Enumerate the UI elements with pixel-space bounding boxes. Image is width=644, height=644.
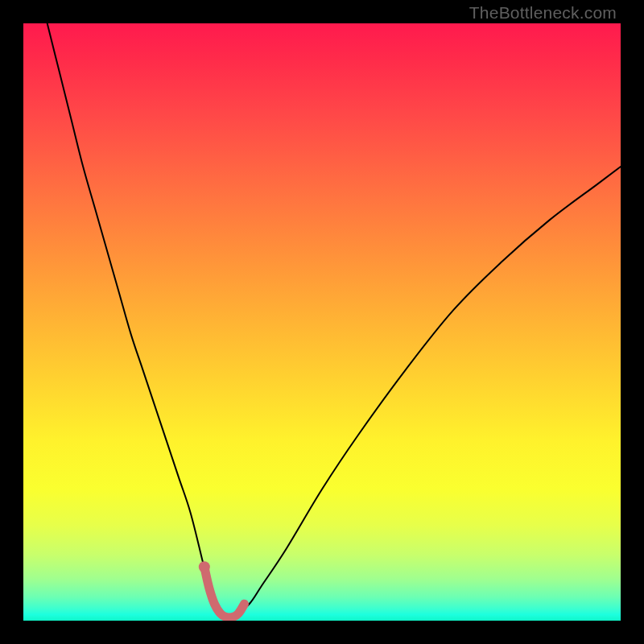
bottleneck-curve (47, 23, 621, 617)
bottleneck-curve-svg (23, 23, 621, 621)
optimal-region-marker-dot (199, 561, 210, 572)
plot-area (23, 23, 621, 621)
watermark-text: TheBottleneck.com (469, 3, 617, 23)
optimal-region-highlight (204, 567, 245, 617)
chart-frame: TheBottleneck.com (0, 0, 644, 644)
